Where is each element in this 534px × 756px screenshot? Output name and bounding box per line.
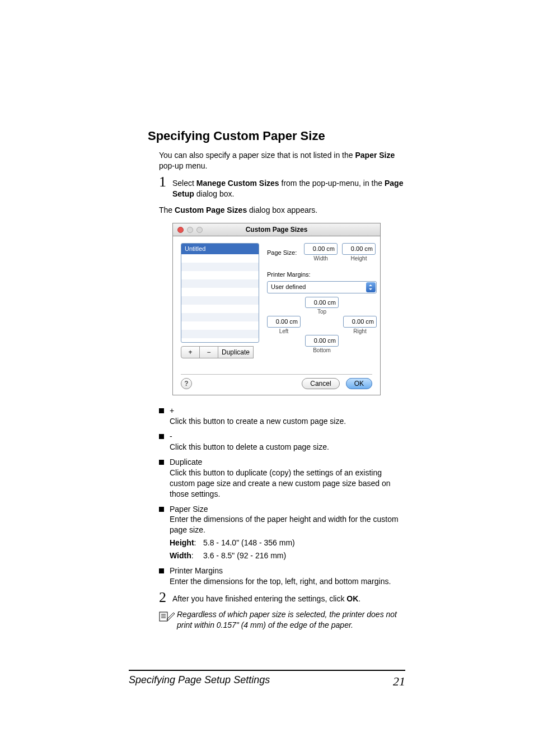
text: After you have finished entering the set… bbox=[172, 594, 346, 603]
settings-column: Page Size: 0.00 cm Width 0.00 cm Height … bbox=[267, 243, 377, 358]
text: You can also specify a paper size that i… bbox=[159, 151, 355, 160]
intro-paragraph: You can also specify a paper size that i… bbox=[159, 150, 405, 171]
list-button-bar: + − Duplicate bbox=[181, 346, 259, 358]
step-number: 2 bbox=[159, 590, 172, 605]
cancel-button[interactable]: Cancel bbox=[302, 378, 339, 389]
margin-right-caption: Right bbox=[343, 328, 377, 335]
bullet-duplicate: DuplicateClick this button to duplicate … bbox=[159, 457, 405, 500]
bullet-minus: -Click this button to delete a custom pa… bbox=[159, 431, 405, 452]
step-1: 1 Select Manege Custom Sizes from the po… bbox=[159, 175, 405, 199]
spec-value: 3.6 - 8.5" (92 - 216 mm) bbox=[203, 550, 286, 561]
step-2: 2 After you have finished entering the s… bbox=[159, 590, 405, 605]
paper-size-term: Paper Size bbox=[355, 151, 395, 160]
step-text: After you have finished entering the set… bbox=[172, 590, 405, 604]
bullet-text: Click this button to delete a custom pag… bbox=[170, 442, 405, 452]
page-footer: Specifying Page Setup Settings 21 bbox=[129, 670, 405, 689]
chevron-updown-icon bbox=[366, 282, 376, 292]
bullet-text: Enter the dimensions of the paper height… bbox=[170, 514, 405, 535]
page-number: 21 bbox=[393, 674, 405, 689]
duplicate-button[interactable]: Duplicate bbox=[218, 346, 254, 358]
dialog-body: Untitled + − Duplicate Page Size: bbox=[173, 236, 380, 395]
text: from the pop-up-menu, in the bbox=[279, 179, 385, 188]
bullet-paper-size: Paper Size Enter the dimensions of the p… bbox=[159, 504, 405, 561]
text: The bbox=[159, 206, 175, 214]
footer-divider bbox=[129, 670, 405, 671]
bullet-text: Click this button to create a new custom… bbox=[170, 416, 405, 427]
spec-value: 5.8 - 14.0" (148 - 356 mm) bbox=[203, 538, 295, 548]
bullet-text: Enter the dimensions for the top, left, … bbox=[170, 576, 405, 587]
bullet-heading: - bbox=[170, 431, 405, 442]
note-icon bbox=[159, 610, 177, 626]
size-list-column: Untitled + − Duplicate bbox=[181, 243, 259, 358]
bullet-text: Click this button to duplicate (copy) th… bbox=[170, 468, 405, 500]
margin-bottom-caption: Bottom bbox=[305, 347, 339, 354]
height-caption: Height bbox=[342, 255, 376, 263]
bullet-printer-margins: Printer MarginsEnter the dimensions for … bbox=[159, 566, 405, 587]
margin-top-field[interactable]: 0.00 cm bbox=[305, 297, 339, 309]
add-button[interactable]: + bbox=[181, 346, 200, 358]
width-caption: Width bbox=[304, 255, 338, 263]
spec-width: Width:3.6 - 8.5" (92 - 216 mm) bbox=[170, 550, 405, 561]
size-list[interactable]: Untitled bbox=[181, 243, 259, 343]
bullet-heading: Paper Size bbox=[170, 504, 405, 515]
text: . bbox=[358, 594, 360, 603]
bullet-plus: +Click this button to create a new custo… bbox=[159, 405, 405, 427]
page: Specifying Custom Paper Size You can als… bbox=[0, 0, 534, 756]
page-size-label: Page Size: bbox=[267, 249, 299, 257]
spec-key: Height bbox=[170, 538, 194, 547]
height-field[interactable]: 0.00 cm bbox=[342, 243, 376, 255]
margins-grid: 0.00 cmTop 0.00 cmLeft 0.00 cmRight 0.00… bbox=[267, 297, 377, 354]
bullet-heading: Printer Margins bbox=[170, 566, 405, 576]
square-bullet-icon bbox=[159, 507, 164, 512]
dialog-title: Custom Page Sizes bbox=[173, 225, 380, 234]
svg-rect-0 bbox=[160, 612, 167, 621]
note-text: Regardless of which paper size is select… bbox=[177, 609, 405, 631]
step-number: 1 bbox=[159, 175, 172, 189]
bullet-heading: Duplicate bbox=[170, 457, 405, 468]
printer-margins-label: Printer Margins: bbox=[267, 270, 377, 279]
spec-key: Width bbox=[170, 551, 191, 560]
note: Regardless of which paper size is select… bbox=[159, 609, 405, 631]
text: dialog box. bbox=[194, 189, 235, 198]
margin-top-caption: Top bbox=[305, 308, 339, 316]
square-bullet-icon bbox=[159, 434, 164, 439]
select-value: User defined bbox=[271, 283, 306, 291]
help-button[interactable]: ? bbox=[181, 378, 192, 389]
ok-term: OK bbox=[346, 594, 358, 603]
margin-left-caption: Left bbox=[267, 328, 301, 335]
spec-height: Height:5.8 - 14.0" (148 - 356 mm) bbox=[170, 538, 405, 548]
square-bullet-icon bbox=[159, 568, 164, 573]
text: dialog box appears. bbox=[247, 206, 317, 214]
list-item-selected[interactable]: Untitled bbox=[181, 244, 259, 254]
footer-title: Specifying Page Setup Settings bbox=[129, 674, 270, 689]
margins-select[interactable]: User defined bbox=[267, 281, 377, 293]
margin-bottom-field[interactable]: 0.00 cm bbox=[305, 335, 339, 347]
result-paragraph: The Custom Page Sizes dialog box appears… bbox=[159, 205, 405, 216]
step-text: Select Manege Custom Sizes from the pop-… bbox=[172, 175, 405, 199]
square-bullet-icon bbox=[159, 460, 164, 465]
text: Select bbox=[172, 179, 196, 188]
bullet-heading: + bbox=[170, 405, 405, 416]
remove-button[interactable]: − bbox=[199, 346, 218, 358]
section-heading: Specifying Custom Paper Size bbox=[148, 129, 405, 143]
margin-left-field[interactable]: 0.00 cm bbox=[267, 316, 301, 328]
dialog-name: Custom Page Sizes bbox=[175, 206, 247, 214]
text: pop-up menu. bbox=[159, 161, 207, 170]
ok-button[interactable]: OK bbox=[346, 378, 372, 389]
divider bbox=[181, 374, 372, 375]
dialog-footer: ? Cancel OK bbox=[181, 378, 372, 389]
bullet-list-wrapper: +Click this button to create a new custo… bbox=[159, 405, 405, 586]
width-field[interactable]: 0.00 cm bbox=[304, 243, 338, 255]
dialog-titlebar: Custom Page Sizes bbox=[173, 223, 380, 236]
custom-page-sizes-dialog: Custom Page Sizes Untitled + − Duplicate bbox=[172, 223, 381, 395]
menu-item-name: Manege Custom Sizes bbox=[196, 179, 279, 188]
margin-right-field[interactable]: 0.00 cm bbox=[343, 316, 377, 328]
square-bullet-icon bbox=[159, 408, 164, 413]
bullet-list: +Click this button to create a new custo… bbox=[159, 405, 405, 586]
